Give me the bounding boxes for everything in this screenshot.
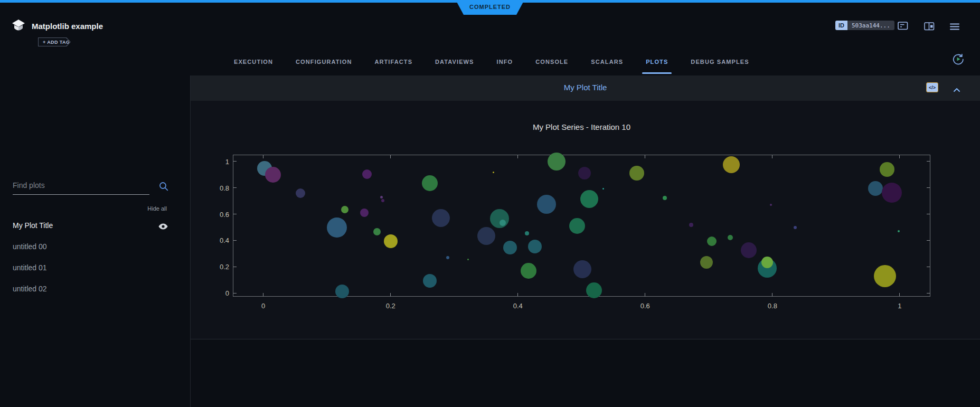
x-tick-mark — [772, 155, 772, 158]
scatter-point — [380, 196, 383, 198]
scatter-point — [580, 190, 598, 208]
scatter-point — [874, 265, 896, 287]
scatter-point — [422, 175, 438, 191]
plot-frame[interactable]: 00.20.40.60.8100.20.40.60.81 — [233, 155, 930, 297]
tab-artifacts[interactable]: ARTIFACTS — [374, 59, 412, 65]
scatter-point — [490, 209, 509, 228]
x-tick-label: 0.6 — [632, 302, 658, 310]
experiment-title: Matplotlib example — [32, 22, 103, 31]
plot-item-label[interactable]: untitled 02 — [13, 285, 47, 293]
source-code-icon[interactable]: </> — [926, 82, 938, 92]
search-input[interactable] — [13, 179, 149, 195]
x-tick-label: 0.8 — [759, 302, 786, 310]
scatter-point — [723, 156, 740, 173]
plot-item-label[interactable]: My Plot Title — [13, 221, 53, 230]
y-tick-mark — [927, 267, 930, 267]
scatter-point — [467, 259, 469, 260]
scatter-point — [794, 226, 797, 229]
scatter-point — [477, 227, 495, 245]
plot-list-item[interactable]: untitled 00 — [0, 236, 191, 257]
x-tick-mark — [899, 293, 900, 296]
scatter-point — [586, 282, 602, 298]
scatter-point — [629, 166, 644, 181]
scatter-point — [341, 206, 348, 213]
plot-list-item[interactable]: untitled 01 — [0, 257, 191, 278]
plot-item-label[interactable]: untitled 01 — [13, 263, 47, 272]
tab-plots[interactable]: PLOTS — [646, 59, 668, 65]
x-tick-label: 0.2 — [378, 302, 404, 310]
hamburger-menu-icon[interactable] — [950, 23, 959, 32]
scatter-point — [493, 172, 494, 173]
scatter-point — [296, 188, 305, 198]
scatter-point — [537, 195, 556, 214]
scatter-point — [741, 242, 757, 258]
scatter-point — [728, 235, 733, 240]
y-tick-mark — [233, 214, 237, 214]
scatter-point — [578, 167, 591, 179]
collapse-chevron-up-icon[interactable] — [953, 85, 960, 94]
app-logo-icon[interactable] — [12, 19, 25, 33]
y-tick-mark — [233, 267, 237, 267]
hide-all-button[interactable]: Hide all — [147, 205, 167, 212]
plot-list: My Plot Titleuntitled 00untitled 01untit… — [0, 215, 191, 299]
scatter-point — [381, 199, 384, 202]
tab-console[interactable]: CONSOLE — [535, 59, 568, 65]
scatter-point — [503, 241, 517, 254]
scatter-point — [880, 162, 894, 177]
scatter-point — [868, 181, 883, 196]
scatter-point — [362, 169, 372, 179]
tab-bar: EXECUTIONCONFIGURATIONARTIFACTSDATAVIEWS… — [234, 59, 749, 65]
scatter-point — [770, 204, 772, 206]
search-icon[interactable] — [158, 181, 169, 194]
scatter-point — [528, 240, 542, 253]
x-tick-mark — [899, 155, 900, 158]
visibility-eye-icon[interactable] — [158, 222, 168, 232]
logo-diamond — [12, 20, 25, 27]
y-tick-label: 0.2 — [207, 263, 229, 271]
layout-panel-icon[interactable] — [924, 22, 935, 33]
scatter-point — [569, 218, 585, 234]
x-tick-label: 0 — [250, 302, 277, 310]
add-tag-button[interactable]: + ADD TAG — [38, 37, 71, 46]
plot-item-label[interactable]: untitled 00 — [13, 242, 47, 251]
tab-dataviews[interactable]: DATAVIEWS — [435, 59, 474, 65]
y-tick-mark — [927, 293, 930, 294]
scatter-point — [663, 196, 667, 200]
tab-info[interactable]: INFO — [497, 59, 513, 65]
x-tick-mark — [645, 155, 645, 158]
tab-scalars[interactable]: SCALARS — [591, 59, 623, 65]
plots-sidebar: Hide all My Plot Titleuntitled 00untitle… — [0, 75, 191, 407]
tab-configuration[interactable]: CONFIGURATION — [296, 59, 352, 65]
scatter-point — [525, 231, 529, 235]
y-tick-mark — [233, 240, 237, 241]
experiment-id-chip[interactable]: ID 503aa144... — [835, 21, 894, 30]
scatter-point — [882, 183, 902, 203]
y-tick-mark — [927, 187, 930, 188]
x-tick-label: 1 — [887, 302, 913, 310]
scatter-point — [898, 230, 900, 232]
scatter-point — [384, 234, 398, 248]
x-tick-label: 0.4 — [505, 302, 531, 310]
plot-canvas-area: My Plot Series - Iteration 10 00.20.40.6… — [191, 101, 980, 339]
add-tag-label: + ADD TAG — [39, 38, 70, 46]
plot-list-item[interactable]: My Plot Title — [0, 215, 191, 236]
y-tick-label: 0 — [207, 289, 229, 297]
x-tick-mark — [517, 293, 518, 296]
plot-list-item[interactable]: untitled 02 — [0, 278, 191, 299]
y-tick-mark — [233, 161, 237, 162]
scatter-point — [548, 153, 566, 171]
x-tick-mark — [390, 155, 391, 158]
scatter-point — [707, 236, 717, 246]
scatter-point — [573, 260, 591, 278]
comment-icon[interactable] — [898, 22, 908, 33]
x-tick-mark — [263, 155, 263, 158]
tab-execution[interactable]: EXECUTION — [234, 59, 273, 65]
y-tick-mark — [927, 240, 930, 241]
tab-debug-samples[interactable]: DEBUG SAMPLES — [691, 59, 749, 65]
id-label: ID — [835, 21, 847, 30]
scatter-point — [500, 220, 506, 226]
scatter-point — [446, 256, 449, 259]
auto-refresh-icon[interactable] — [951, 52, 965, 66]
x-tick-mark — [263, 293, 263, 296]
scatter-point — [335, 285, 349, 298]
